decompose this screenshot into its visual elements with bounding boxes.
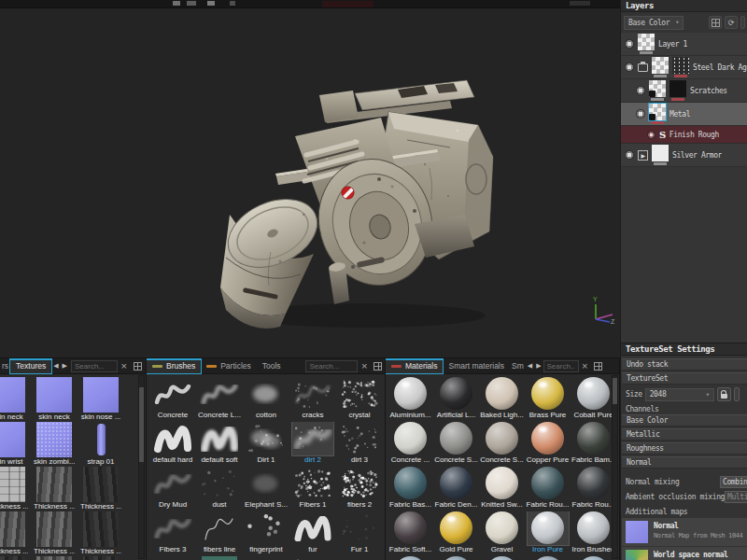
- material-item[interactable]: Copper Pure: [526, 422, 570, 467]
- material-item[interactable]: [526, 556, 570, 560]
- texture-item[interactable]: [80, 556, 121, 560]
- brush-item[interactable]: fibers line: [197, 511, 242, 556]
- scrollbar-thumb[interactable]: [139, 387, 144, 462]
- brush-item[interactable]: default soft: [197, 422, 242, 467]
- brush-item[interactable]: [337, 556, 382, 560]
- material-item[interactable]: Gold Pure: [434, 511, 478, 556]
- brush-item[interactable]: [150, 556, 195, 560]
- tab-tools[interactable]: Tools: [257, 358, 287, 373]
- layer-row[interactable]: ▶Silver Armor: [621, 144, 747, 167]
- material-item[interactable]: Concrete S...: [434, 422, 478, 467]
- tab-textures[interactable]: Textures: [10, 358, 51, 373]
- texture-item[interactable]: skin wrist: [0, 422, 28, 467]
- texture-item[interactable]: [0, 556, 28, 560]
- brush-item[interactable]: dust: [197, 467, 242, 511]
- size-lock-button[interactable]: [717, 387, 731, 401]
- material-item[interactable]: Fabric Den...: [434, 467, 478, 511]
- prev-tab-icon[interactable]: ◀: [51, 362, 60, 370]
- grid-view-icon[interactable]: [374, 362, 382, 371]
- texture-item[interactable]: Thickness ...: [34, 511, 75, 556]
- tab-smart-masks-partial[interactable]: Sm: [510, 358, 526, 373]
- channel-selector-dropdown[interactable]: Base Color ▾: [624, 16, 684, 30]
- size-dropdown[interactable]: 2048 ▾: [645, 388, 714, 401]
- brush-item[interactable]: Concrete: [150, 377, 195, 422]
- brush-item[interactable]: Elephant S...: [244, 467, 289, 511]
- material-item[interactable]: [480, 556, 524, 560]
- brush-item[interactable]: cotton: [244, 377, 289, 422]
- channel-bar[interactable]: Base Color: [622, 414, 747, 427]
- normal-mixing-dropdown[interactable]: Combine: [720, 476, 747, 488]
- layer-thumbnail[interactable]: [652, 57, 669, 77]
- brush-item[interactable]: default hard: [150, 422, 195, 467]
- materials-scrollbar[interactable]: [612, 375, 618, 559]
- material-item[interactable]: Concrete ...: [388, 422, 432, 467]
- next-tab-icon[interactable]: ▶: [61, 362, 69, 370]
- material-item[interactable]: Knitted Sw...: [480, 467, 524, 511]
- brushes-search-input[interactable]: [305, 360, 358, 372]
- tab-brushes[interactable]: Brushes: [147, 358, 201, 373]
- textures-scrollbar[interactable]: [138, 375, 145, 559]
- viewport-3d[interactable]: Y Z: [0, 8, 620, 357]
- tab-materials[interactable]: Materials: [386, 358, 443, 373]
- material-item[interactable]: Fabric Bas...: [388, 467, 432, 511]
- material-item[interactable]: Concrete S...: [480, 422, 524, 467]
- layer-thumbnail[interactable]: [638, 34, 655, 54]
- brush-item[interactable]: Dirt 1: [244, 422, 289, 467]
- texture-item[interactable]: strap 01: [80, 422, 121, 467]
- layer-row[interactable]: SFinish Rough: [621, 126, 747, 144]
- texture-item[interactable]: [34, 556, 75, 560]
- texture-item[interactable]: skin neck: [34, 377, 75, 422]
- layers-more-icon-partial[interactable]: [740, 16, 745, 29]
- layer-row[interactable]: Steel Dark Aged: [621, 56, 747, 79]
- 3d-model[interactable]: [215, 75, 523, 331]
- material-item[interactable]: [434, 556, 478, 560]
- visibility-toggle-icon[interactable]: [625, 39, 634, 49]
- material-item[interactable]: [388, 556, 432, 560]
- textureset-bar[interactable]: TextureSet: [622, 372, 747, 385]
- visibility-toggle-icon[interactable]: [625, 63, 634, 72]
- prev-tab-icon[interactable]: ◀: [526, 362, 534, 370]
- brush-item[interactable]: fur: [290, 511, 335, 556]
- brush-item[interactable]: Dry Mud: [150, 467, 195, 511]
- layer-row[interactable]: Scratches: [621, 79, 747, 103]
- material-item[interactable]: Fabric Soft...: [388, 511, 432, 556]
- grid-view-icon[interactable]: [594, 362, 602, 371]
- texture-item[interactable]: Thickness ...: [0, 511, 28, 556]
- layer-row[interactable]: Metal: [621, 103, 747, 126]
- additional-map-row[interactable]: Normal Normal Map from Mesh 1044: [622, 518, 747, 546]
- channel-bar[interactable]: Normal: [622, 456, 747, 469]
- material-item[interactable]: Iron Pure: [526, 511, 570, 556]
- undo-stack-bar[interactable]: Undo stack: [622, 358, 747, 371]
- brush-item[interactable]: [290, 556, 335, 560]
- material-item[interactable]: Baked Ligh...: [480, 377, 524, 422]
- material-item[interactable]: Fabric Bam...: [571, 422, 615, 467]
- material-item[interactable]: Gravel: [480, 511, 524, 556]
- brush-item[interactable]: Fibers 1: [290, 467, 335, 511]
- tab-particles[interactable]: Particles: [201, 358, 257, 373]
- material-item[interactable]: Cobalt Pure: [571, 377, 615, 422]
- brush-item[interactable]: dirt 3: [337, 422, 382, 467]
- layer-thumbnail[interactable]: [649, 104, 666, 124]
- layers-blend-icon[interactable]: [709, 16, 722, 29]
- materials-search-input[interactable]: [543, 360, 579, 372]
- visibility-toggle-icon[interactable]: [636, 86, 645, 95]
- tab-partial[interactable]: rs: [0, 358, 10, 373]
- additional-map-row[interactable]: World space normal: [622, 547, 747, 560]
- brush-item[interactable]: Concrete L...: [197, 377, 242, 422]
- clear-search-icon[interactable]: ×: [579, 361, 592, 371]
- layers-refresh-icon[interactable]: ⟳: [725, 16, 738, 29]
- material-item[interactable]: Brass Pure: [526, 377, 570, 422]
- ao-mixing-dropdown[interactable]: Multiply: [725, 491, 747, 503]
- channel-bar[interactable]: Metallic: [622, 428, 747, 441]
- brush-item[interactable]: fibers 2: [337, 467, 382, 511]
- material-item[interactable]: Iron Brushed: [571, 511, 615, 556]
- brush-item[interactable]: [197, 556, 242, 560]
- next-tab-icon[interactable]: ▶: [534, 362, 543, 370]
- textures-search-input[interactable]: [71, 360, 118, 372]
- brush-item[interactable]: cracks: [290, 377, 335, 422]
- brush-item[interactable]: [244, 556, 289, 560]
- clear-search-icon[interactable]: ×: [358, 361, 371, 371]
- material-item[interactable]: Fabric Rou...: [526, 467, 570, 511]
- layer-row[interactable]: Layer 1: [621, 33, 747, 56]
- brush-item[interactable]: Fibers 3: [150, 511, 195, 556]
